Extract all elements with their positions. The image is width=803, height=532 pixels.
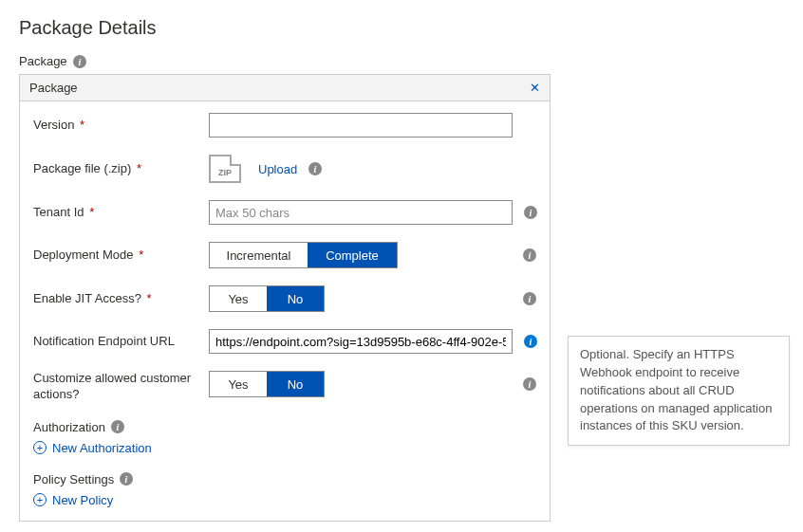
jit-yes[interactable]: Yes	[210, 286, 267, 311]
svg-text:i: i	[530, 208, 532, 218]
tenant-id-input[interactable]	[209, 200, 513, 225]
close-icon[interactable]: ✕	[530, 82, 540, 94]
svg-text:i: i	[78, 56, 81, 66]
info-icon[interactable]: i	[111, 420, 124, 433]
svg-text:i: i	[117, 422, 120, 432]
policy-settings-heading: Policy Settings	[33, 472, 114, 486]
jit-no[interactable]: No	[267, 286, 324, 311]
info-icon[interactable]: i	[523, 292, 536, 305]
customize-no[interactable]: No	[267, 372, 324, 396]
new-policy-label: New Policy	[52, 493, 113, 507]
svg-text:i: i	[530, 337, 532, 347]
deployment-mode-toggle: Incremental Complete	[209, 242, 398, 268]
panel-title: Package	[29, 81, 78, 95]
package-panel: Package ✕ Version * Package file (.zip) …	[19, 74, 551, 522]
version-label: Version	[33, 118, 74, 132]
upload-link[interactable]: Upload	[258, 162, 297, 176]
page-title: Package Details	[19, 17, 784, 39]
new-authorization-label: New Authorization	[52, 441, 152, 455]
svg-text:i: i	[529, 379, 532, 390]
svg-text:i: i	[529, 250, 532, 261]
info-icon[interactable]: i	[120, 472, 133, 486]
zip-icon: ZIP	[209, 155, 241, 183]
jit-toggle: Yes No	[209, 285, 325, 312]
info-icon[interactable]: i	[523, 377, 536, 391]
tenant-id-label: Tenant Id	[33, 205, 84, 219]
plus-icon: +	[33, 493, 47, 506]
info-icon[interactable]: i	[308, 162, 322, 175]
info-icon[interactable]: i	[523, 248, 536, 262]
customize-toggle: Yes No	[209, 371, 325, 397]
info-icon[interactable]: i	[524, 206, 537, 219]
subheader-label: Package	[19, 54, 67, 68]
new-policy-link[interactable]: + New Policy	[33, 493, 113, 507]
info-icon[interactable]: i	[524, 335, 537, 348]
endpoint-label: Notification Endpoint URL	[33, 334, 175, 348]
package-file-label: Package file (.zip)	[33, 161, 131, 175]
plus-icon: +	[33, 441, 47, 454]
new-authorization-link[interactable]: + New Authorization	[33, 441, 152, 455]
required-mark: *	[137, 161, 141, 175]
info-icon[interactable]: i	[73, 55, 86, 68]
deployment-mode-complete[interactable]: Complete	[308, 243, 397, 267]
endpoint-tooltip: Optional. Specify an HTTPS Webhook endpo…	[568, 336, 790, 446]
version-input[interactable]	[209, 113, 513, 138]
deployment-mode-label: Deployment Mode	[33, 248, 134, 262]
customize-yes[interactable]: Yes	[210, 372, 267, 396]
required-mark: *	[147, 291, 152, 305]
svg-text:i: i	[529, 294, 532, 304]
customize-label: Customize allowed customer actions?	[33, 371, 191, 401]
jit-label: Enable JIT Access?	[33, 291, 141, 305]
required-mark: *	[89, 205, 94, 219]
required-mark: *	[139, 248, 143, 262]
endpoint-input[interactable]	[209, 329, 513, 354]
deployment-mode-incremental[interactable]: Incremental	[210, 243, 308, 267]
svg-text:i: i	[314, 164, 317, 174]
svg-text:i: i	[125, 474, 128, 485]
authorization-heading: Authorization	[33, 420, 105, 434]
required-mark: *	[80, 118, 84, 132]
